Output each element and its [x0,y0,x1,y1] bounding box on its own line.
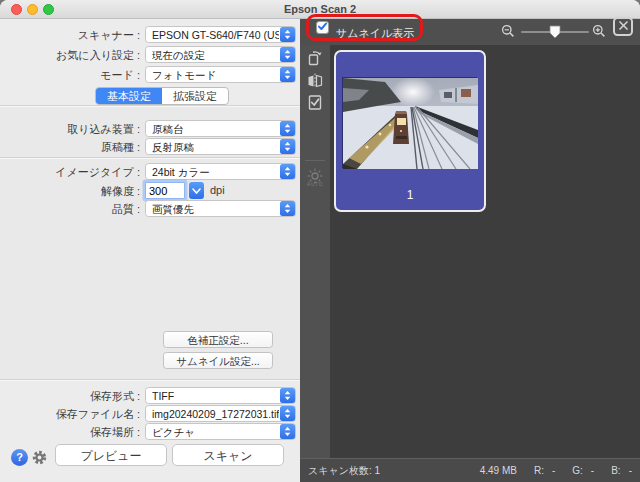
tab-extended-settings[interactable]: 拡張設定 [162,88,228,104]
thumbnail-view-label: サムネイル表示 [336,26,414,41]
thumbnail-item-selected[interactable]: 1 [334,50,486,212]
mode-popup[interactable]: フォトモード [145,66,296,83]
mode-row: モード : フォトモード [0,66,300,83]
close-icon [618,20,629,33]
save-filename-value: img20240209_17272031.tif [152,408,279,420]
divider [0,379,300,380]
save-format-value: TIFF [152,390,174,402]
gear-icon [31,456,48,468]
divider [305,160,325,161]
slider-thumb[interactable] [549,25,561,41]
mode-value: フォトモード [152,69,216,83]
scanned-photo-thumbnail [342,77,477,168]
g-label: G: [572,465,583,476]
divider [0,157,300,158]
help-button[interactable]: ? [11,449,28,466]
save-format-row: 保存形式 : TIFF [0,387,300,404]
mirror-button[interactable] [306,71,324,89]
popup-stepper-icon [280,164,295,179]
popup-stepper-icon [280,47,295,62]
image-type-row: イメージタイプ : 24bit カラー [0,163,300,180]
settings-gear-button[interactable] [31,449,48,466]
save-format-label: 保存形式 : [90,389,140,404]
r-label: R: [534,465,544,476]
save-format-popup[interactable]: TIFF [145,387,296,404]
document-type-value: 反射原稿 [152,141,194,155]
save-location-label: 保存場所 : [90,425,140,440]
epson-scan2-window: Epson Scan 2 スキャナー : EPSON GT-S640/F740 … [0,0,640,482]
save-location-popup[interactable]: ピクチャ [145,423,296,440]
preview-button[interactable]: プレビュー [55,444,167,466]
close-preview-button[interactable] [613,17,633,36]
source-label: 取り込み装置 : [67,122,140,137]
scanner-label: スキャナー : [78,28,140,43]
tab-basic-settings[interactable]: 基本設定 [96,88,162,104]
thumbnail-page-number: 1 [336,188,484,202]
source-popup[interactable]: 原稿台 [145,120,296,137]
check-document-icon [306,101,324,113]
save-location-value: ピクチャ [152,426,195,440]
preview-status-bar: スキャン枚数: 1 4.49 MB R: - G: - B: - [300,458,640,482]
popup-stepper-icon [280,27,295,42]
question-icon: ? [16,451,23,463]
settings-panel: スキャナー : EPSON GT-S640/F740 (USB) お気に入り設定… [0,20,300,482]
popup-stepper-icon [280,201,295,216]
settings-tabs: 基本設定 拡張設定 [95,87,229,105]
zoom-in-button[interactable] [592,19,606,45]
window-title: Epson Scan 2 [0,3,640,15]
save-location-row: 保存場所 : ピクチャ [0,423,300,440]
image-type-label: イメージタイプ : [55,165,140,180]
resolution-row: 解像度 : dpi [0,182,300,199]
divider [0,105,300,106]
popup-stepper-icon [280,388,295,403]
zoom-out-button[interactable] [501,19,515,45]
rotate-button[interactable] [306,49,324,67]
g-value: - [591,465,594,476]
mirror-icon [306,79,324,91]
quality-label: 品質 : [112,202,140,217]
popup-stepper-icon [280,67,295,82]
color-correction-button[interactable]: 色補正設定... [163,331,273,348]
document-type-label: 原稿種 : [101,140,140,155]
scan-button[interactable]: スキャン [172,444,284,466]
select-all-button[interactable] [306,93,324,111]
r-value: - [552,465,555,476]
thumbnail-view-checkbox[interactable] [316,21,329,34]
resolution-dropdown-button[interactable] [189,182,204,199]
thumbnail-tools-strip: AUTO [300,45,330,458]
popup-stepper-icon [280,424,295,439]
image-type-value: 24bit カラー [152,166,210,180]
file-size: 4.49 MB [480,465,517,476]
save-filename-row: 保存ファイル名 : img20240209_17272031.tif [0,405,300,422]
preset-value: 現在の設定 [152,49,205,63]
titlebar: Epson Scan 2 [0,0,640,19]
thumbnail-zoom-slider[interactable] [521,31,589,33]
quality-popup[interactable]: 画質優先 [145,200,296,217]
image-type-popup[interactable]: 24bit カラー [145,163,296,180]
resolution-input[interactable] [145,182,185,199]
quality-value: 画質優先 [152,203,194,217]
save-filename-label: 保存ファイル名 : [56,407,140,422]
mode-label: モード : [100,68,140,83]
zoom-out-icon [501,24,515,40]
auto-label: AUTO [300,181,330,187]
scanner-row: スキャナー : EPSON GT-S640/F740 (USB) [0,26,300,43]
quality-row: 品質 : 画質優先 [0,200,300,217]
scanner-popup[interactable]: EPSON GT-S640/F740 (USB) [145,26,296,43]
resolution-label: 解像度 : [101,184,140,199]
rotate-icon [306,57,324,69]
zoom-in-icon [592,24,606,40]
preset-row: お気に入り設定 : 現在の設定 [0,46,300,63]
thumbnail-list-area[interactable]: 1 [330,45,640,458]
checkmark-icon [317,21,328,34]
popup-stepper-icon [280,139,295,154]
popup-stepper-icon [280,121,295,136]
popup-stepper-icon [280,406,295,421]
b-label: B: [611,465,620,476]
preset-popup[interactable]: 現在の設定 [145,46,296,63]
source-value: 原稿台 [152,123,184,137]
scan-count: スキャン枚数: 1 [308,464,380,478]
document-type-popup[interactable]: 反射原稿 [145,138,296,155]
thumbnail-settings-button[interactable]: サムネイル設定... [163,352,273,369]
save-filename-popup[interactable]: img20240209_17272031.tif [145,405,296,422]
